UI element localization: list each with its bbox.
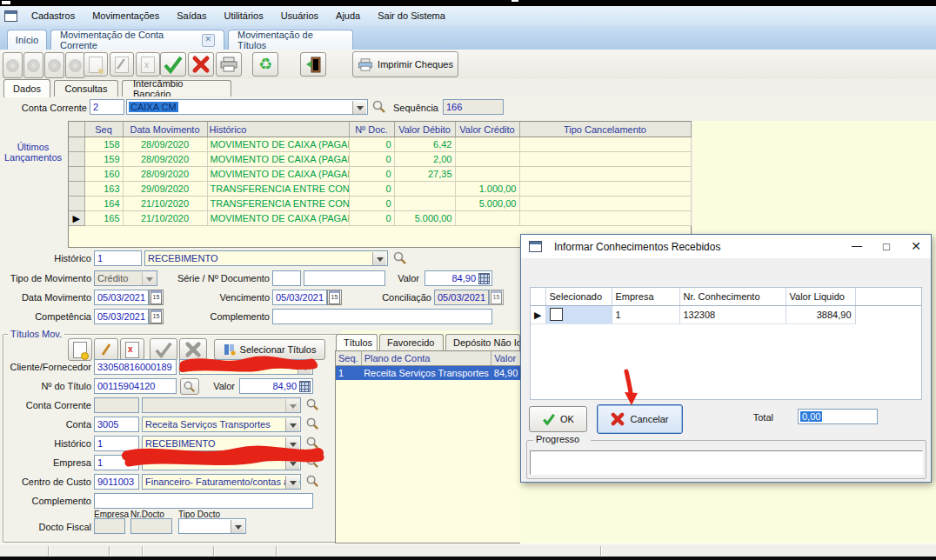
tab-deposito[interactable]: Depósito Não Ide [445, 334, 520, 350]
centro-custo-dd-icon[interactable] [285, 476, 299, 490]
col-ndoc[interactable]: Nº Doc. [349, 122, 394, 137]
col-valor-debito[interactable]: Valor Débito [394, 122, 455, 137]
table-row[interactable]: 16329/09/2020TRANSFERENCIA ENTRE CONTAS … [69, 182, 691, 197]
menu-item-movimentacoes[interactable]: Movimentações [84, 6, 168, 26]
titulo-edit-button[interactable] [94, 338, 118, 361]
next-record-button[interactable]: › [44, 52, 64, 78]
col-seq[interactable]: Seq [84, 122, 123, 137]
table-row-current[interactable]: ▶16521/10/2020MOVIMENTO DE CAIXA (PAGAME… [69, 211, 691, 226]
conta-name-combo[interactable]: Receita Serviços Transportes [142, 417, 301, 432]
numero-documento-input[interactable] [304, 270, 385, 286]
conta-dd-icon[interactable] [285, 418, 299, 432]
tp-col-valor[interactable]: Valor [491, 351, 521, 366]
menu-item-usuarios[interactable]: Usuários [272, 6, 327, 26]
table-row[interactable]: 15928/09/2020MOVIMENTO DE CAIXA (PAGAMEN… [69, 152, 691, 167]
confirm-button[interactable] [160, 52, 186, 77]
tm-conta-corrente-search-icon[interactable] [306, 398, 319, 411]
dialog-table[interactable]: Selecionado Empresa Nr. Conhecimento Val… [531, 288, 921, 324]
dialog-ok-button[interactable]: OK [529, 406, 587, 432]
competencia-calendar-icon[interactable]: 15 [149, 309, 164, 324]
vencimento-calendar-icon[interactable]: 15 [327, 290, 342, 305]
tab-titulos-panel[interactable]: Títulos [336, 334, 378, 350]
complemento-input[interactable] [272, 309, 492, 324]
menu-item-sair[interactable]: Sair do Sistema [369, 6, 454, 26]
lancamentos-table[interactable]: Seq Data Movimento Histórico Nº Doc. Val… [69, 122, 692, 226]
dcol-empresa[interactable]: Empresa [612, 288, 679, 306]
print-button[interactable] [216, 52, 242, 77]
conta-corrente-code-input[interactable]: 2 [90, 99, 124, 115]
titulo-valor-field[interactable]: 84,90 [239, 378, 313, 394]
conta-corrente-search-icon[interactable] [372, 100, 386, 114]
table-row[interactable]: 16028/09/2020MOVIMENTO DE CAIXA (PAGAMEN… [69, 167, 691, 182]
centro-custo-search-icon[interactable] [306, 475, 319, 488]
tm-complemento-input[interactable] [94, 493, 313, 509]
tab-intercambio-bancario[interactable]: Intercâmbio Bancário [122, 80, 231, 97]
titulos-panel-table[interactable]: Seq. Plano de Conta Valor 1 Receita Serv… [336, 351, 521, 380]
conta-corrente-dropdown-icon[interactable] [352, 101, 366, 115]
menu-item-cadastros[interactable]: Cadastros [23, 6, 84, 26]
historico-dropdown-icon[interactable] [372, 252, 386, 266]
table-row[interactable]: 16421/10/2020TRANSFERENCIA ENTRE CONTAS … [69, 197, 691, 211]
centro-custo-combo[interactable]: Financeiro- Faturamento/contas a rec [142, 474, 301, 490]
refresh-button[interactable]: ♻ [252, 52, 278, 77]
selecionado-checkbox[interactable] [550, 308, 563, 321]
previous-record-button[interactable]: ‹ [23, 52, 43, 78]
calculator-icon[interactable] [478, 273, 490, 284]
dialog-maximize-button[interactable]: □ [872, 236, 901, 257]
col-historico[interactable]: Histórico [207, 122, 349, 137]
conta-code-input[interactable]: 3005 [94, 417, 139, 432]
last-record-button[interactable]: » [65, 52, 85, 78]
tab-inicio[interactable]: Início [7, 30, 47, 50]
cancel-button[interactable] [188, 52, 214, 77]
docto-tipo-dd-icon[interactable] [231, 520, 244, 534]
tab-dados[interactable]: Dados [3, 79, 50, 97]
titulo-search-button[interactable] [180, 378, 199, 395]
delete-record-button[interactable]: x [136, 52, 160, 77]
data-movimento-input[interactable]: 05/03/2021 [94, 290, 149, 305]
conta-corrente-name-combo[interactable]: CAIXA CM [126, 99, 368, 115]
titulos-panel-selected-row[interactable]: 1 Receita Serviços Transportes 84,90 [336, 366, 520, 381]
selecionado-cell[interactable] [545, 306, 612, 324]
tab-favorecido[interactable]: Favorecido [379, 334, 444, 350]
tab-movimentacao-conta-corrente[interactable]: Movimentação de Conta Corrente ✕ [50, 30, 224, 50]
col-valor-credito[interactable]: Valor Crédito [455, 122, 519, 137]
menu-item-ajuda[interactable]: Ajuda [327, 6, 369, 26]
col-data-movimento[interactable]: Data Movimento [123, 122, 207, 137]
titulo-confirm-button[interactable] [150, 338, 177, 361]
dialog-cancelar-button[interactable]: Cancelar [597, 404, 683, 434]
first-record-button[interactable]: « [3, 52, 23, 78]
serie-input[interactable] [272, 270, 301, 286]
vencimento-input[interactable]: 05/03/2021 [272, 290, 327, 305]
data-movimento-calendar-icon[interactable]: 15 [149, 290, 164, 305]
centro-custo-code-input[interactable]: 9011003 [94, 474, 139, 490]
valor-field[interactable]: 84,90 [425, 270, 492, 286]
dialog-title-bar[interactable]: Informar Conhecimentos Recebidos — □ ✕ [521, 235, 931, 258]
tab-close-icon[interactable]: ✕ [202, 34, 215, 47]
new-record-button[interactable] [84, 52, 108, 77]
dcol-selecionado[interactable]: Selecionado [545, 288, 612, 306]
dialog-close-button[interactable]: ✕ [901, 236, 931, 257]
dcol-nr-conhecimento[interactable]: Nr. Conhecimento [679, 288, 786, 306]
imprimir-cheques-button[interactable]: Imprimir Cheques [352, 51, 458, 77]
historico-name-combo[interactable]: RECEBIMENTO [144, 250, 388, 266]
table-row[interactable]: 15828/09/2020MOVIMENTO DE CAIXA (PAGAMEN… [69, 137, 691, 152]
tab-movimentacao-titulos[interactable]: Movimentação de Títulos [228, 30, 353, 50]
cliente-code-input[interactable]: 33050816000189 [94, 359, 177, 375]
dialog-data-row[interactable]: ▶ 1 132308 3884,90 [531, 306, 921, 324]
historico-search-icon[interactable] [393, 251, 407, 265]
conta-search-icon[interactable] [306, 417, 319, 430]
historico-code-input[interactable]: 1 [94, 250, 142, 266]
total-field[interactable]: 0,00 [798, 409, 878, 424]
titulo-calculator-icon[interactable] [299, 381, 311, 392]
tp-col-seq[interactable]: Seq. [336, 351, 361, 366]
edit-record-button[interactable] [110, 52, 134, 77]
titulo-delete-button[interactable]: x [120, 338, 144, 361]
titulo-new-button[interactable] [68, 338, 92, 361]
menu-item-saidas[interactable]: Saídas [168, 6, 215, 26]
exit-button[interactable] [300, 52, 326, 77]
menu-item-utilitarios[interactable]: Utilitários [215, 6, 271, 26]
dialog-minimize-button[interactable]: — [842, 236, 872, 257]
dcol-valor-liquido[interactable]: Valor Liquido [786, 288, 855, 306]
tab-consultas[interactable]: Consultas [54, 80, 118, 97]
docto-tipo-combo[interactable] [178, 518, 246, 534]
